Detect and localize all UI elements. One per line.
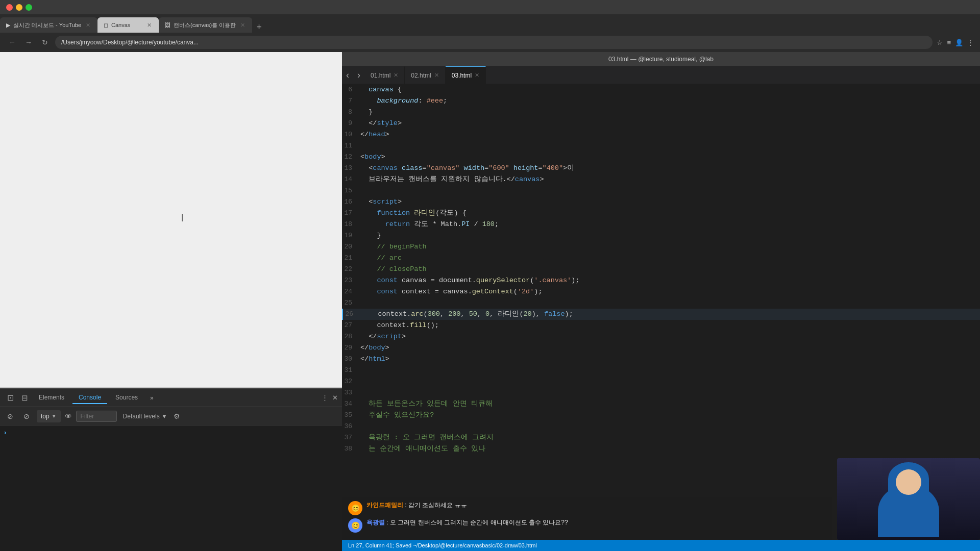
refresh-button[interactable]: ↻ xyxy=(39,36,51,48)
editor-forward-button[interactable]: › xyxy=(353,69,364,81)
editor-back-button[interactable]: ‹ xyxy=(342,69,353,81)
devtools-tab-sources[interactable]: Sources xyxy=(109,392,144,404)
minimize-traffic-light[interactable] xyxy=(16,4,22,11)
close-traffic-light[interactable] xyxy=(6,4,13,11)
devtools-tab-elements[interactable]: Elements xyxy=(33,392,70,404)
line-content-27: context.fill(); xyxy=(360,320,980,331)
code-line-11: 11 xyxy=(342,140,980,152)
line-number-32: 32 xyxy=(342,376,360,387)
line-content-34: 하든 보든온스가 있든데 안면 티큐해 xyxy=(360,398,980,410)
editor-status-bar: Ln 27, Column 41; Saved ~/Desktop/@lectu… xyxy=(342,540,980,551)
editor-tab-01html-close[interactable]: ✕ xyxy=(394,72,398,79)
code-scroll-area[interactable]: 6 canvas {7 background: #eee;8 }9 </styl… xyxy=(342,84,980,540)
code-line-35: 35 주실수 있으신가요? xyxy=(342,410,980,421)
browser-viewport: | ⊡ ⊟ Elements Console Sources xyxy=(0,52,342,551)
line-content-25 xyxy=(360,297,980,309)
devtools-tab-console[interactable]: Console xyxy=(72,392,107,404)
code-line-36: 36 xyxy=(342,421,980,432)
editor-tab-03html-label: 03.html xyxy=(452,72,472,79)
code-line-26: 26 context.arc(300, 200, 50, 0, 라디안(20),… xyxy=(342,309,980,320)
editor-tab-03html-close[interactable]: ✕ xyxy=(475,72,479,79)
line-number-38: 38 xyxy=(342,443,360,455)
line-number-35: 35 xyxy=(342,410,360,421)
new-tab-button[interactable]: + xyxy=(252,22,266,33)
editor-tab-02html-close[interactable]: ✕ xyxy=(434,72,439,79)
line-content-9: </style> xyxy=(360,118,980,129)
line-number-16: 16 xyxy=(342,196,360,208)
device-toggle-button[interactable]: ⊟ xyxy=(18,392,31,404)
tab-canvas-tutorial[interactable]: 🖼 캔버스(canvas)를 이용한 ✕ xyxy=(159,17,252,33)
browser-chrome: ▶ 실시간 데시보드 - YouTube ✕ ◻ Canvas ✕ 🖼 캔버스(… xyxy=(0,0,980,52)
tab-youtube[interactable]: ▶ 실시간 데시보드 - YouTube ✕ xyxy=(0,17,97,33)
console-settings-icon[interactable]: ⚙ xyxy=(174,412,180,420)
line-number-25: 25 xyxy=(342,297,360,309)
devtools-panel: ⊡ ⊟ Elements Console Sources » ⋮ ✕ xyxy=(0,388,342,551)
line-content-20: // beginPath xyxy=(360,241,980,253)
line-number-29: 29 xyxy=(342,342,360,354)
code-content: 6 canvas {7 background: #eee;8 }9 </styl… xyxy=(342,84,980,455)
tab-label-youtube: 실시간 데시보드 - YouTube xyxy=(13,21,81,29)
code-line-17: 17 function 라디안(각도) { xyxy=(342,208,980,219)
address-bar: ← → ↻ /Users/jmyoow/Desktop/@lecture/you… xyxy=(0,33,980,52)
line-content-19: } xyxy=(360,230,980,241)
tab-label-canvas: Canvas xyxy=(111,22,130,28)
code-line-30: 30</html> xyxy=(342,354,980,365)
element-picker-button[interactable]: ⊡ xyxy=(4,392,16,404)
console-chevron-icon[interactable]: › xyxy=(4,429,6,436)
line-number-28: 28 xyxy=(342,331,360,342)
line-number-9: 9 xyxy=(342,118,360,129)
editor-tab-03html[interactable]: 03.html ✕ xyxy=(446,66,486,84)
devtools-header: ⊡ ⊟ Elements Console Sources » ⋮ ✕ xyxy=(0,389,342,407)
code-line-22: 22 // closePath xyxy=(342,264,980,275)
code-line-37: 37 욕광렬 : 오 그러면 캔버스에 그려지 xyxy=(342,432,980,443)
line-number-27: 27 xyxy=(342,320,360,331)
line-content-37: 욕광렬 : 오 그러면 캔버스에 그려지 xyxy=(360,432,980,443)
devtools-vertical-dots[interactable]: ⋮ xyxy=(322,394,328,402)
line-number-13: 13 xyxy=(342,163,360,174)
code-line-8: 8 } xyxy=(342,107,980,118)
url-bar[interactable]: /Users/jmyoow/Desktop/@lecture/youtube/c… xyxy=(55,36,933,49)
line-number-15: 15 xyxy=(342,185,360,196)
line-content-38: 는 순간에 애니매이션도 출수 있나 xyxy=(360,443,980,455)
editor-tab-02html[interactable]: 02.html ✕ xyxy=(405,66,445,84)
tab-close-canvas-tutorial[interactable]: ✕ xyxy=(239,21,246,29)
line-number-22: 22 xyxy=(342,264,360,275)
console-filter-input[interactable] xyxy=(76,411,117,422)
code-editor: 03.html — @lecture, studiomeal, @lab ‹ ›… xyxy=(342,52,980,551)
console-filter-button[interactable]: ⊘ xyxy=(20,410,33,422)
line-number-14: 14 xyxy=(342,174,360,185)
code-line-9: 9 </style> xyxy=(342,118,980,129)
line-number-7: 7 xyxy=(342,95,360,107)
reader-icon[interactable]: ≡ xyxy=(947,39,951,46)
line-number-8: 8 xyxy=(342,107,360,118)
address-icons: ☆ ≡ 👤 ⋮ xyxy=(937,39,974,46)
devtools-more-tabs[interactable]: » xyxy=(146,392,158,404)
context-selector[interactable]: top ▼ xyxy=(37,410,61,422)
maximize-traffic-light[interactable] xyxy=(26,4,32,11)
back-button[interactable]: ← xyxy=(6,36,18,48)
editor-tab-01html[interactable]: 01.html ✕ xyxy=(364,66,405,84)
line-content-21: // arc xyxy=(360,253,980,264)
text-cursor: | xyxy=(181,213,183,222)
code-line-18: 18 return 각도 * Math.PI / 180; xyxy=(342,219,980,230)
tab-label-canvas-tutorial: 캔버스(canvas)를 이용한 xyxy=(174,21,236,29)
default-levels-button[interactable]: Default levels ▼ xyxy=(121,413,169,420)
account-icon[interactable]: 👤 xyxy=(955,39,963,46)
tab-close-canvas[interactable]: ✕ xyxy=(145,21,153,29)
console-clear-button[interactable]: ⊘ xyxy=(4,410,16,422)
tab-close-youtube[interactable]: ✕ xyxy=(84,21,91,29)
line-number-12: 12 xyxy=(342,152,360,163)
line-number-34: 34 xyxy=(342,398,360,410)
devtools-close-icon[interactable]: ✕ xyxy=(332,394,338,402)
code-line-25: 25 xyxy=(342,297,980,309)
line-content-8: } xyxy=(360,107,980,118)
line-content-30: </html> xyxy=(360,354,980,365)
forward-button[interactable]: → xyxy=(22,36,35,48)
title-bar xyxy=(0,0,980,14)
menu-icon[interactable]: ⋮ xyxy=(967,39,974,46)
bookmark-star-icon[interactable]: ☆ xyxy=(937,39,943,46)
tab-canvas[interactable]: ◻ Canvas ✕ xyxy=(97,17,159,33)
line-content-13: <canvas class="canvas" width="600" heigh… xyxy=(360,163,980,174)
console-eye-icon[interactable]: 👁 xyxy=(65,412,72,420)
context-dropdown-arrow: ▼ xyxy=(52,413,57,419)
